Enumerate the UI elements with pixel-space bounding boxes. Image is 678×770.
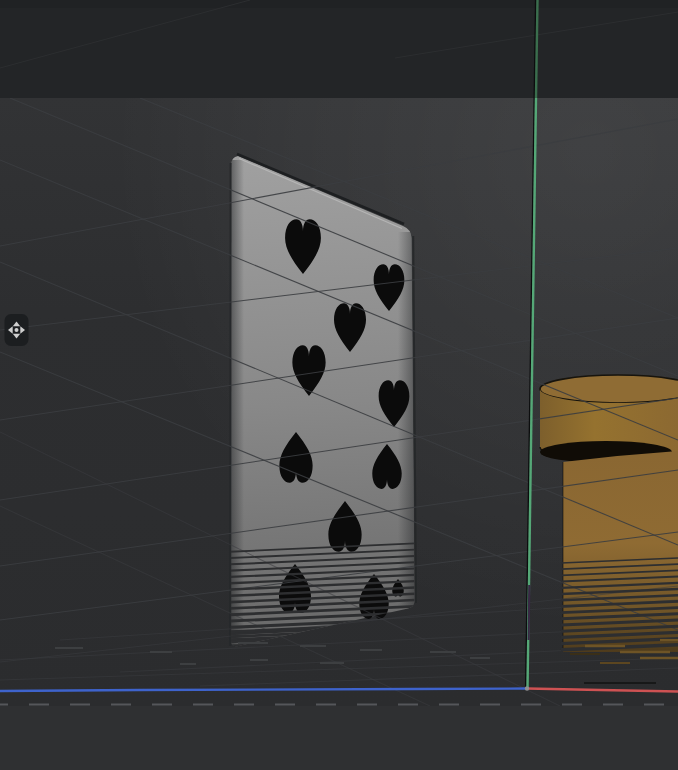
card-left-shading — [230, 160, 244, 648]
move-tool-gizmo[interactable] — [5, 314, 29, 346]
scene-canvas[interactable] — [0, 0, 678, 770]
origin-point — [525, 686, 529, 690]
viewport-footer — [0, 705, 678, 770]
y-axis-line-far — [536, 0, 538, 98]
viewport-3d[interactable] — [0, 0, 678, 770]
sky-background — [0, 0, 678, 98]
axis-occluded-segment — [529, 585, 530, 640]
